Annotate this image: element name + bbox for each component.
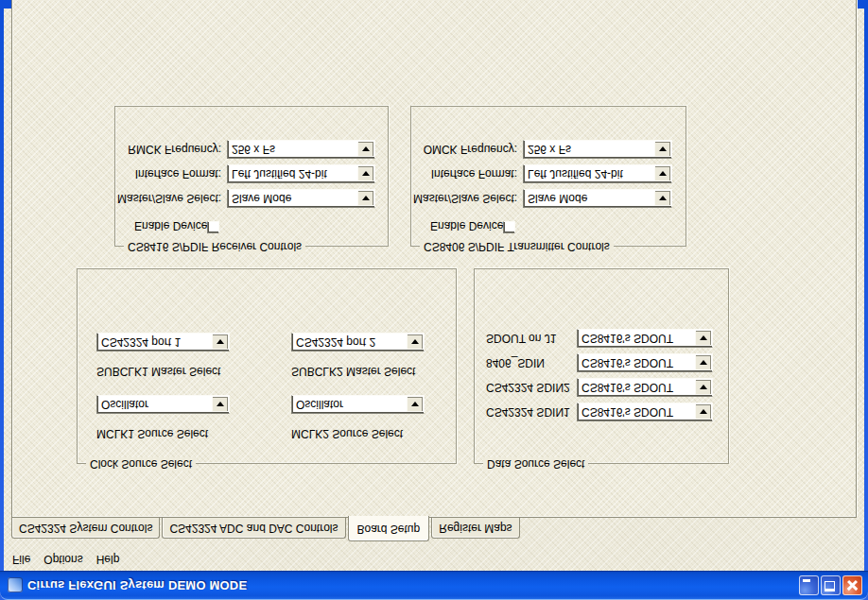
sdin-8406-label: 8406_SDIN <box>486 356 545 369</box>
subclk2-label: SUBCLK2 Master Select <box>291 365 415 378</box>
spdif-receiver-group: CS8416 S/PDIF Receiver Controls Enable D… <box>114 106 389 247</box>
chevron-down-icon <box>659 146 667 151</box>
sdin-8406-value: CS8416's SDOUT <box>578 354 694 371</box>
menu-options[interactable]: Options <box>37 552 89 569</box>
flipped-screenshot: Cirrus FlexGUI System DEMO MODE File Opt… <box>0 0 868 600</box>
data-source-group: Data Source Select CS42324 SDIN1 CS8416'… <box>474 268 729 464</box>
chevron-down-icon <box>362 171 370 176</box>
sdin1-select[interactable]: CS8416's SDOUT <box>577 403 713 421</box>
chevron-down-icon <box>700 385 707 389</box>
dropdown-button[interactable] <box>695 380 711 395</box>
dropdown-button[interactable] <box>212 334 228 350</box>
client-area: File Options Help CS42324 System Control… <box>4 9 864 571</box>
mclk1-value: Oscillator <box>97 396 211 413</box>
mclk2-value: Oscillator <box>292 396 406 413</box>
mclk2-select[interactable]: Oscillator <box>291 395 425 414</box>
tab-adc-dac-controls[interactable]: CS42324 ADC and DAC Controls <box>162 518 345 539</box>
sdout-j1-select[interactable]: CS8416's SDOUT <box>577 329 713 348</box>
chevron-down-icon <box>700 360 707 365</box>
sdin2-select[interactable]: CS8416's SDOUT <box>577 378 713 397</box>
sdout-j1-value: CS8416's SDOUT <box>578 330 694 347</box>
omck-frequency-select[interactable]: 256 x Fs <box>523 140 672 159</box>
tab-system-controls[interactable]: CS42324 System Controls <box>11 518 160 539</box>
sdin1-value: CS8416's SDOUT <box>578 403 694 420</box>
dropdown-button[interactable] <box>407 397 423 412</box>
tx-enable-checkbox[interactable] <box>503 221 515 233</box>
dropdown-button[interactable] <box>695 355 711 370</box>
chevron-down-icon <box>217 402 224 406</box>
chevron-down-icon <box>362 146 370 151</box>
rx-master-slave-value: Slave Mode <box>228 190 356 207</box>
maximize-button[interactable] <box>821 575 841 595</box>
rx-enable-label: Enable Device <box>134 219 207 232</box>
title-bar[interactable]: Cirrus FlexGUI System DEMO MODE <box>0 571 868 600</box>
menu-help[interactable]: Help <box>90 552 127 569</box>
dropdown-button[interactable] <box>654 166 670 181</box>
menu-file[interactable]: File <box>6 552 37 569</box>
tx-interface-format-value: Left Justified 24-bit <box>524 165 653 182</box>
spdif-receiver-group-title: CS8416 S/PDIF Receiver Controls <box>124 240 305 253</box>
app-window: Cirrus FlexGUI System DEMO MODE File Opt… <box>0 0 868 600</box>
subclk1-select[interactable]: CS42324 port 1 <box>96 333 230 351</box>
mclk1-label: MCLK1 Source Select <box>96 427 208 440</box>
sdout-j1-label: SDOUT on J1 <box>486 332 556 345</box>
dropdown-button[interactable] <box>695 331 711 346</box>
dropdown-button[interactable] <box>212 397 228 412</box>
dropdown-button[interactable] <box>654 191 670 206</box>
app-icon[interactable] <box>8 578 23 593</box>
chevron-down-icon <box>217 339 224 344</box>
minimize-icon <box>803 579 810 582</box>
dropdown-button[interactable] <box>357 191 373 206</box>
window-controls <box>799 575 862 595</box>
sdin1-label: CS42324 SDIN1 <box>486 405 570 419</box>
maximize-icon <box>825 581 835 591</box>
rx-master-slave-label: Master/Slave Select: <box>117 192 221 205</box>
rmck-frequency-value: 256 x Fs <box>228 141 356 158</box>
rx-interface-format-value: Left Justified 24-bit <box>228 165 356 182</box>
minimize-button[interactable] <box>799 575 819 595</box>
dropdown-button[interactable] <box>654 142 670 157</box>
chevron-down-icon <box>700 409 707 414</box>
rmck-frequency-select[interactable]: 256 x Fs <box>227 140 375 159</box>
spdif-transmitter-group-title: CS8406 S/PDIF Transmitter Controls <box>420 240 614 253</box>
chevron-down-icon <box>659 171 667 176</box>
rx-enable-checkbox[interactable] <box>207 221 219 233</box>
dropdown-button[interactable] <box>695 404 711 420</box>
dropdown-button[interactable] <box>407 334 423 350</box>
sdin-8406-select[interactable]: CS8416's SDOUT <box>577 353 713 372</box>
sdin2-value: CS8416's SDOUT <box>578 379 694 396</box>
chevron-down-icon <box>659 196 667 200</box>
rmck-frequency-label: RMCK Frequency: <box>117 143 221 156</box>
tx-master-slave-label: Master/Slave Select: <box>413 192 517 205</box>
chevron-down-icon <box>411 402 419 406</box>
tx-master-slave-select[interactable]: Slave Mode <box>523 189 672 208</box>
tab-strip: CS42324 System Controls CS42324 ADC and … <box>11 518 522 543</box>
mclk1-select[interactable]: Oscillator <box>96 395 230 414</box>
subclk2-value: CS42324 port 2 <box>292 334 406 351</box>
omck-frequency-label: OMCK Frequency: <box>413 143 517 156</box>
board-setup-page: Clock Source Select MCLK1 Source Select … <box>11 0 857 518</box>
data-source-group-title: Data Source Select <box>483 457 588 471</box>
spdif-transmitter-group: CS8406 S/PDIF Transmitter Controls Enabl… <box>410 106 686 247</box>
tx-master-slave-value: Slave Mode <box>524 190 653 207</box>
omck-frequency-value: 256 x Fs <box>524 141 653 158</box>
rx-interface-format-label: Interface Format: <box>117 167 221 180</box>
tx-enable-label: Enable Device <box>430 219 503 232</box>
tab-board-setup[interactable]: Board Setup <box>348 516 430 541</box>
dropdown-button[interactable] <box>357 166 373 181</box>
close-button[interactable] <box>842 575 862 595</box>
clock-source-group: Clock Source Select MCLK1 Source Select … <box>77 268 457 464</box>
menu-bar: File Options Help <box>6 551 862 569</box>
dropdown-button[interactable] <box>357 142 373 157</box>
subclk2-select[interactable]: CS42324 port 2 <box>291 333 425 351</box>
close-icon <box>842 575 862 595</box>
subclk1-value: CS42324 port 1 <box>97 334 211 351</box>
tx-interface-format-label: Interface Format: <box>413 167 517 180</box>
window-title: Cirrus FlexGUI System DEMO MODE <box>27 578 247 592</box>
rx-master-slave-select[interactable]: Slave Mode <box>227 189 375 208</box>
sdin2-label: CS42324 SDIN2 <box>486 381 570 394</box>
clock-source-group-title: Clock Source Select <box>86 457 196 471</box>
tx-interface-format-select[interactable]: Left Justified 24-bit <box>523 164 672 183</box>
tab-register-maps[interactable]: Register Maps <box>431 518 519 539</box>
rx-interface-format-select[interactable]: Left Justified 24-bit <box>227 164 375 183</box>
